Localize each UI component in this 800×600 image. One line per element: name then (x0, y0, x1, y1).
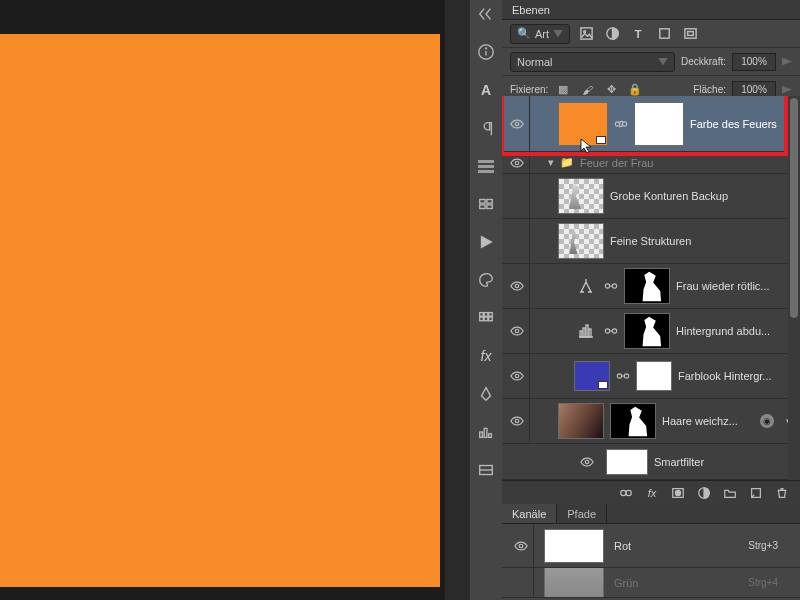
filter-type-icon[interactable]: T (628, 24, 648, 44)
layers-scrollbar[interactable] (788, 96, 800, 480)
layer-mask-thumbnail[interactable] (624, 313, 670, 349)
svg-point-33 (515, 329, 519, 333)
new-layer-icon[interactable] (748, 485, 764, 501)
layer-name[interactable]: Grobe Konturen Backup (610, 190, 800, 202)
chevron-right-icon[interactable] (782, 86, 792, 94)
link-icon[interactable] (614, 117, 628, 131)
link-layers-icon[interactable] (618, 485, 634, 501)
layer-mask-thumbnail[interactable] (624, 268, 670, 304)
svg-rect-5 (480, 205, 485, 209)
layer-row[interactable]: Haare weichz... ◉ ▾ (502, 399, 800, 444)
layer-thumbnail[interactable] (558, 403, 604, 439)
fx-icon[interactable]: fx (644, 485, 660, 501)
layer-group-row[interactable]: ▾ 📁 Feuer der Frau (502, 152, 800, 174)
visibility-eye-icon[interactable] (510, 189, 524, 203)
paths-tab[interactable]: Pfade (557, 504, 607, 523)
styles-icon[interactable] (474, 192, 498, 216)
filter-pixel-icon[interactable] (576, 24, 596, 44)
svg-rect-14 (480, 432, 483, 437)
levels-icon[interactable] (574, 319, 598, 343)
layer-thumbnail[interactable] (574, 361, 610, 391)
channel-row[interactable]: Grün Strg+4 (502, 568, 800, 598)
svg-rect-10 (489, 313, 493, 317)
visibility-eye-icon[interactable] (510, 369, 524, 383)
filter-smart-icon[interactable] (680, 24, 700, 44)
chevron-down-icon (553, 30, 563, 38)
layer-name[interactable]: Haare weichz... (662, 415, 754, 427)
scrollbar-thumb[interactable] (790, 98, 798, 318)
filter-mask-thumbnail[interactable] (606, 449, 648, 475)
channel-thumbnail[interactable] (544, 529, 604, 563)
layer-mask-thumbnail[interactable] (610, 403, 656, 439)
visibility-eye-icon[interactable] (514, 539, 528, 553)
chevron-right-icon[interactable] (782, 58, 792, 66)
histogram-icon[interactable] (474, 420, 498, 444)
channel-row[interactable]: Rot Strg+3 (502, 524, 800, 568)
link-icon[interactable] (616, 369, 630, 383)
layer-mask-thumbnail[interactable] (634, 102, 684, 146)
mask-icon[interactable] (670, 485, 686, 501)
layer-thumbnail[interactable] (558, 178, 604, 214)
paragraph-icon[interactable] (474, 116, 498, 140)
svg-rect-35 (580, 331, 582, 337)
visibility-eye-icon[interactable] (510, 279, 524, 293)
svg-point-47 (626, 490, 631, 495)
character-icon[interactable]: A (474, 78, 498, 102)
search-icon: 🔍 (517, 27, 531, 40)
layer-name[interactable]: Frau wieder rötlic... (676, 280, 800, 292)
layer-name[interactable]: Hintergrund abdu... (676, 325, 800, 337)
layer-name[interactable]: Smartfilter (654, 456, 800, 468)
layer-row[interactable]: Farbe des Feuers (502, 96, 800, 152)
layer-filter-type[interactable]: 🔍 Art (510, 24, 570, 44)
visibility-eye-icon[interactable] (580, 455, 594, 469)
trash-icon[interactable] (774, 485, 790, 501)
link-icon[interactable] (604, 279, 618, 293)
expand-icon[interactable] (474, 2, 498, 26)
svg-point-45 (585, 460, 589, 464)
color-balance-icon[interactable] (574, 274, 598, 298)
group-icon[interactable] (722, 485, 738, 501)
svg-rect-8 (480, 313, 484, 317)
blend-mode-select[interactable]: Normal (510, 52, 675, 72)
fx-icon[interactable]: fx (474, 344, 498, 368)
svg-rect-22 (659, 29, 668, 38)
channel-shortcut: Strg+4 (748, 577, 794, 588)
layer-mask-thumbnail[interactable] (636, 361, 672, 391)
svg-point-41 (515, 374, 519, 378)
info-icon[interactable] (474, 40, 498, 64)
visibility-eye-icon[interactable] (510, 324, 524, 338)
layer-row[interactable]: Frau wieder rötlic... (502, 264, 800, 309)
link-icon[interactable] (604, 324, 618, 338)
layer-row[interactable]: Farblook Hintergr... (502, 354, 800, 399)
layer-name[interactable]: Farblook Hintergr... (678, 370, 800, 382)
layer-name[interactable]: Feine Strukturen (610, 235, 800, 247)
play-icon[interactable] (474, 230, 498, 254)
visibility-eye-icon[interactable] (510, 234, 524, 248)
palette-icon[interactable] (474, 268, 498, 292)
filter-adjustment-icon[interactable] (602, 24, 622, 44)
channel-thumbnail[interactable] (544, 568, 604, 598)
visibility-eye-icon[interactable] (510, 117, 524, 131)
pen-icon[interactable] (474, 382, 498, 406)
layers-panel-tab[interactable]: Ebenen (502, 0, 800, 20)
filter-shape-icon[interactable] (654, 24, 674, 44)
disclosure-triangle-icon[interactable]: ▾ (548, 156, 554, 169)
visibility-eye-icon[interactable] (510, 414, 524, 428)
document-canvas[interactable] (0, 34, 440, 587)
layer-name[interactable]: Feuer der Frau (580, 157, 800, 169)
layer-row[interactable]: Grobe Konturen Backup (502, 174, 800, 219)
channels-tab[interactable]: Kanäle (502, 504, 557, 523)
swatches-icon[interactable] (474, 306, 498, 330)
layer-row[interactable]: Hintergrund abdu... (502, 309, 800, 354)
navigator-icon[interactable] (474, 154, 498, 178)
adjustment-icon[interactable] (696, 485, 712, 501)
layer-thumbnail[interactable] (558, 102, 608, 146)
layer-name[interactable]: Farbe des Feuers (690, 118, 800, 130)
alt-icon[interactable] (474, 458, 498, 482)
opacity-input[interactable]: 100% (732, 53, 776, 71)
layer-row[interactable]: Feine Strukturen (502, 219, 800, 264)
fill-label: Fläche: (693, 84, 726, 95)
visibility-eye-icon[interactable] (510, 156, 524, 170)
smartfilter-row[interactable]: Smartfilter (502, 444, 800, 480)
layer-thumbnail[interactable] (558, 223, 604, 259)
